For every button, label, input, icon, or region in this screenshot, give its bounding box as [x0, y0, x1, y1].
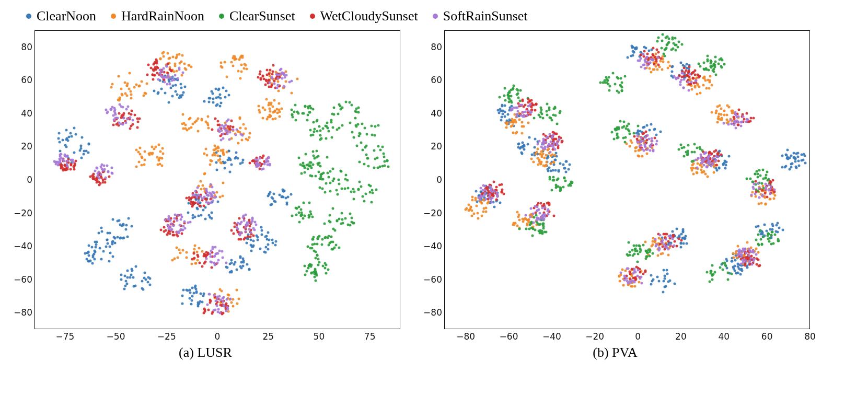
scatter-point	[353, 190, 356, 193]
scatter-point	[122, 224, 124, 226]
scatter-point	[615, 129, 617, 131]
scatter-point	[558, 112, 561, 114]
scatter-point	[756, 257, 758, 260]
scatter-point	[773, 197, 776, 200]
scatter-point	[633, 47, 636, 49]
scatter-point	[505, 126, 508, 129]
scatter-point	[650, 123, 652, 125]
scatter-point	[180, 60, 182, 63]
scatter-point	[676, 245, 678, 248]
scatter-point	[520, 121, 523, 124]
legend-label: HardRainNoon	[121, 8, 204, 24]
scatter-point	[529, 215, 532, 218]
scatter-point	[273, 193, 275, 195]
scatter-point	[656, 243, 658, 246]
scatter-point	[166, 234, 169, 236]
scatter-point	[642, 140, 645, 143]
scatter-point	[159, 68, 162, 71]
scatter-point	[196, 259, 199, 262]
scatter-point	[112, 236, 115, 238]
scatter-point	[619, 77, 622, 79]
scatter-point	[361, 123, 364, 125]
x-tick-label: 50	[314, 331, 325, 342]
y-tick-label: −60	[423, 274, 442, 285]
scatter-point	[189, 220, 191, 223]
scatter-point	[200, 119, 203, 122]
caption-right: (b) PVA	[593, 345, 637, 361]
scatter-point	[629, 270, 631, 273]
scatter-point	[190, 299, 193, 301]
scatter-point	[124, 285, 127, 287]
scatter-point	[732, 252, 734, 255]
scatter-point	[528, 223, 531, 226]
legend-swatch-icon	[111, 14, 116, 19]
scatter-point	[371, 189, 373, 192]
scatter-point	[679, 242, 682, 245]
scatter-point	[707, 78, 709, 81]
scatter-point	[536, 148, 539, 150]
scatter-point	[209, 293, 211, 295]
scatter-point	[331, 179, 334, 182]
scatter-point	[180, 214, 182, 216]
scatter-point	[259, 157, 261, 160]
scatter-point	[312, 154, 315, 157]
scatter-point	[319, 173, 322, 176]
scatter-point	[682, 242, 685, 245]
scatter-point	[488, 196, 490, 199]
scatter-point	[703, 164, 705, 166]
scatter-point	[555, 178, 558, 181]
scatter-point	[716, 152, 719, 155]
scatter-point	[291, 91, 293, 94]
x-tick-label: 20	[675, 331, 687, 342]
scatter-point	[543, 215, 546, 217]
scatter-point	[554, 154, 557, 156]
scatter-point	[673, 245, 676, 247]
scatter-point	[616, 90, 619, 92]
scatter-point	[666, 273, 669, 275]
scatter-point	[705, 166, 708, 169]
scatter-point	[113, 107, 115, 110]
scatter-point	[202, 184, 204, 187]
scatter-point	[714, 55, 716, 58]
scatter-point	[278, 73, 281, 76]
scatter-point	[512, 132, 514, 134]
scatter-point	[632, 245, 635, 247]
scatter-point	[246, 67, 248, 70]
scatter-point	[715, 155, 717, 157]
scatter-point	[757, 243, 760, 246]
scatter-point	[725, 113, 728, 116]
scatter-point	[754, 195, 757, 198]
scatter-point	[315, 150, 318, 153]
scatter-point	[101, 230, 103, 233]
scatter-point	[198, 262, 201, 264]
scatter-point	[543, 217, 546, 220]
scatter-point	[248, 268, 250, 270]
scatter-point	[765, 186, 767, 189]
scatter-point	[532, 213, 535, 215]
legend-swatch-icon	[219, 14, 224, 19]
scatter-point	[637, 253, 640, 255]
scatter-point	[715, 112, 717, 114]
scatter-point	[686, 74, 688, 77]
scatter-point	[770, 234, 772, 237]
scatter-point	[344, 188, 346, 190]
scatter-point	[724, 164, 727, 167]
scatter-point	[502, 192, 505, 195]
scatter-point	[335, 219, 338, 222]
scatter-point	[561, 141, 563, 143]
scatter-point	[229, 170, 232, 173]
scatter-point	[288, 81, 291, 84]
scatter-point	[175, 55, 178, 58]
scatter-point	[235, 134, 237, 136]
scatter-point	[548, 203, 551, 206]
scatter-point	[365, 144, 368, 147]
scatter-point	[766, 195, 769, 198]
scatter-point	[758, 169, 761, 171]
scatter-point	[169, 219, 171, 222]
scatter-point	[773, 191, 776, 193]
scatter-point	[176, 94, 178, 96]
scatter-point	[544, 206, 547, 209]
scatter-point	[238, 118, 241, 120]
scatter-point	[680, 233, 682, 236]
scatter-point	[626, 280, 628, 283]
